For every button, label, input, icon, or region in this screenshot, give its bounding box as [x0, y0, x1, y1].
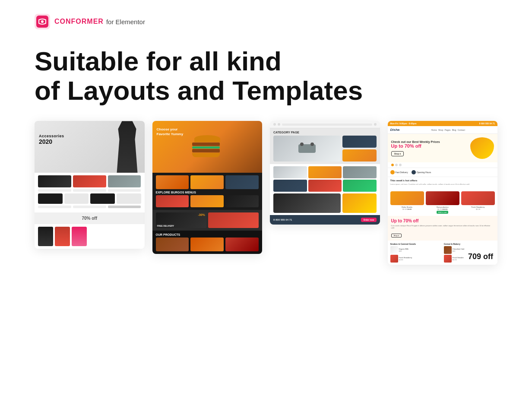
phone-number: 8 800 555 04 71 — [273, 218, 292, 221]
grocery-sale-banner: Up to 70% off Cum sociis natoque Risus F… — [388, 216, 498, 241]
menu-item-3 — [225, 195, 259, 207]
cat-section-1: Snakes & Canned Goods Organic Milk $20 F… — [390, 243, 441, 263]
text-block-5 — [73, 206, 106, 208]
grocery-prod-2: Own production $4.33 $12.99 Add to cart — [426, 191, 459, 214]
fashion-accessories-label: Accessories — [39, 134, 64, 138]
prod-img-3 — [225, 238, 259, 251]
text-block-6 — [108, 206, 141, 208]
nav-dot-3 — [374, 123, 377, 126]
burger-products-title: OUR PRODUCTS — [156, 233, 259, 236]
grocery-hero: Check out our Best Weekly Prices Up to 7… — [388, 134, 498, 162]
shoe-item-4 — [117, 193, 141, 204]
cat-img-sm-4 — [444, 255, 452, 263]
slider-dot-1[interactable] — [391, 164, 394, 166]
nav-pages[interactable]: Pages — [444, 129, 450, 131]
shoe-item-2 — [64, 193, 89, 204]
featured-products — [273, 193, 377, 213]
bottom-img-2 — [55, 227, 70, 246]
grocery-price-current-2: $4.33 — [437, 208, 442, 210]
slider-dots — [388, 162, 498, 168]
cat-row-2: Fresh Strawberry $3.99 — [390, 255, 441, 263]
off-badge: 709 off — [464, 249, 497, 265]
grid-prod-2 — [308, 166, 342, 178]
cat-price-sm-2: $3.99 — [399, 259, 412, 261]
cat-page-label: CATEGORY PAGE — [273, 131, 377, 134]
slider-dot-3[interactable] — [399, 164, 402, 166]
feature-delivery: Fast Delivery — [390, 170, 408, 174]
cat-price-sm-1: $20 — [399, 250, 408, 252]
food-img-2 — [190, 175, 224, 189]
burger-products-row — [156, 238, 259, 251]
logo-text: CONFORMER for Elementor — [54, 18, 145, 25]
burger-visual — [192, 135, 222, 159]
slider-dot-2[interactable] — [395, 164, 398, 166]
grid-prod-5 — [308, 180, 342, 192]
fashion-text-row — [38, 189, 141, 192]
sale-title: Up to 70% off — [391, 218, 494, 223]
burger-section-title: EXPLORE BURGOS MENUS — [156, 191, 259, 194]
shoes-row — [38, 193, 141, 204]
grocery-price-old-2: $12.99 — [442, 208, 447, 210]
logo-tagline: for Elementor — [106, 18, 145, 25]
nav-contact[interactable]: Contact — [458, 129, 465, 131]
shoe-item-1 — [38, 193, 63, 204]
nav-blog[interactable]: Blog — [452, 129, 456, 131]
sale-shop-btn[interactable]: Shop it — [391, 234, 402, 238]
grocery-hero-text: Check out our Best Weekly Prices Up to 7… — [391, 140, 468, 156]
burger-hero-line2: Favorite Yummy — [157, 132, 184, 136]
shop-it-btn[interactable]: Shop it — [391, 151, 404, 156]
menu-item-1 — [156, 195, 189, 207]
fashion-body — [35, 173, 145, 212]
grocery-price-1: $0.90 $1.80 — [402, 208, 412, 210]
drone-side — [342, 136, 376, 162]
hot-offers-title: This week's hot offers — [390, 179, 495, 182]
nav-dot-1 — [273, 123, 276, 126]
fashion-preview-card: Accessories 2020 — [35, 121, 145, 249]
nav-bar — [282, 124, 372, 126]
grocery-features: Fast Delivery Opening Hours — [388, 168, 498, 177]
burger-menu-row — [156, 195, 259, 207]
electronics-hero: CATEGORY PAGE — [270, 128, 380, 164]
patty-2 — [192, 149, 220, 152]
fashion-year-label: 2020 — [39, 138, 64, 145]
sale-description: Cum sociis natoque Risus Feugiat et ultr… — [391, 225, 494, 229]
patty-1 — [192, 142, 220, 146]
svg-point-2 — [41, 20, 44, 23]
electronics-products — [270, 164, 380, 215]
drone-main — [273, 136, 341, 162]
hot-offers-section: This week's hot offers Lorem ipsum, vel … — [388, 177, 498, 189]
free-delivery-label: FREE DELIVERY — [157, 225, 174, 227]
feature-hours: Opening Hours — [412, 170, 431, 174]
burger-hero-line1: Choose your — [157, 127, 184, 132]
nav-shop[interactable]: Shop — [438, 129, 443, 131]
grocery-img-1 — [390, 191, 424, 205]
logo-conformer: CONFORMER — [54, 18, 104, 25]
text-block-2 — [73, 189, 106, 192]
burger-products: OUR PRODUCTS — [152, 231, 263, 254]
drone-showcase — [273, 136, 377, 162]
cat-row-1: Organic Milk $20 — [390, 246, 441, 254]
electronics-footer: 8 800 555 04 71 Order now — [270, 215, 380, 225]
grocery-prod-1: Disha Snacks $0.90 $1.80 — [390, 191, 424, 214]
grocery-price-current-3: $3.99 — [476, 208, 480, 210]
prod-img-2 — [190, 238, 224, 251]
burger-img-row — [156, 175, 259, 189]
add-to-cart-btn-2[interactable]: Add to cart — [437, 211, 448, 214]
hero-title-line1: Suitable for all kind — [35, 46, 282, 76]
bottom-img-1 — [38, 227, 53, 246]
conformer-logo-icon — [35, 14, 50, 29]
text-block-1 — [38, 189, 71, 192]
grocery-topbar: Mon-Fri: 9:00pm - 9:00pm 8 800 555 04 71 — [388, 121, 498, 126]
grid-prod-3 — [343, 166, 377, 178]
order-now-btn[interactable]: Order now — [361, 218, 376, 222]
grocery-price-old-1: $1.80 — [407, 208, 412, 210]
grocery-price-current-1: $0.90 — [402, 208, 407, 210]
topbar-text-1: Mon-Fri: 9:00pm - 9:00pm — [390, 122, 417, 125]
cat-price-sm-3: $22 — [453, 250, 465, 252]
burger-hero-text: Choose your Favorite Yummy — [157, 127, 184, 136]
preview-grid: Accessories 2020 — [0, 121, 532, 265]
yellow-drone — [342, 149, 376, 162]
fashion-bottom-row — [35, 224, 145, 249]
hero-title: Suitable for all kind of Layouts and Tem… — [35, 47, 371, 105]
nav-home[interactable]: Home — [431, 129, 437, 131]
